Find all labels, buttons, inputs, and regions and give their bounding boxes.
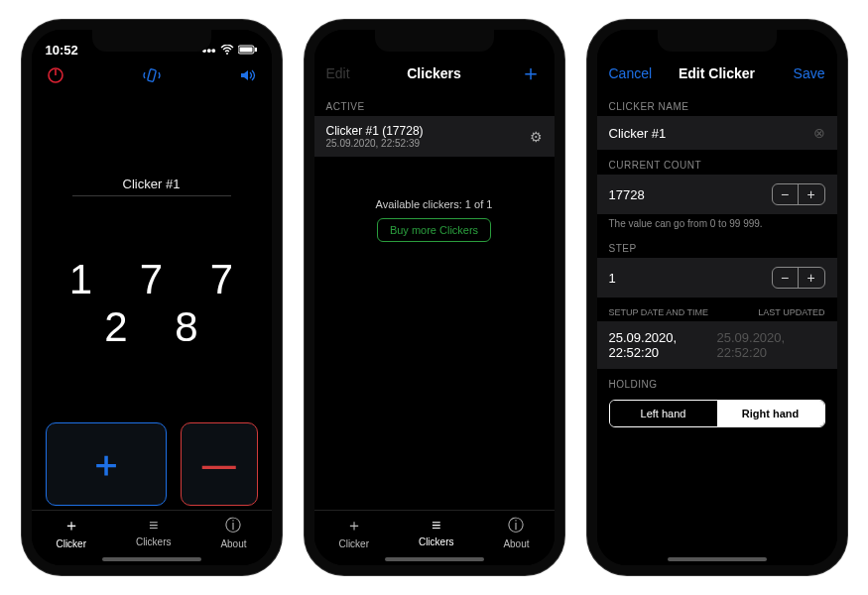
- plus-icon: ＋: [88, 440, 124, 489]
- stepper-plus[interactable]: +: [799, 184, 824, 204]
- nav-bar: Edit Clickers ＋: [314, 56, 555, 91]
- tab-label: Clicker: [56, 538, 86, 549]
- clicker-title: Clicker #1: [32, 177, 272, 191]
- nav-title: Clickers: [407, 65, 460, 81]
- status-time: 10:52: [46, 43, 78, 58]
- svg-rect-3: [255, 48, 257, 52]
- tab-label: Clickers: [419, 536, 454, 547]
- stepper-minus[interactable]: −: [773, 268, 799, 288]
- label-setup: SETUP DATE AND TIME: [609, 307, 709, 317]
- add-button[interactable]: ＋: [498, 59, 542, 88]
- phone-edit-clicker: Cancel Edit Clicker Save CLICKER NAME Cl…: [587, 20, 847, 575]
- tab-clicker[interactable]: ＋ Clicker: [56, 516, 86, 549]
- section-active-label: ACTIVE: [314, 91, 555, 116]
- cancel-button[interactable]: Cancel: [609, 65, 653, 81]
- count-value: 17728: [609, 187, 645, 202]
- seg-right-hand[interactable]: Right hand: [717, 401, 824, 426]
- plus-tab-icon: ＋: [63, 516, 79, 536]
- tab-label: Clicker: [338, 538, 369, 549]
- step-value: 1: [609, 271, 616, 286]
- notch: [658, 30, 777, 52]
- setup-value: 25.09.2020, 22:52:20: [609, 330, 717, 360]
- tab-about[interactable]: ⓘ About: [220, 516, 246, 549]
- power-icon[interactable]: [46, 65, 65, 85]
- label-holding: HOLDING: [597, 369, 837, 394]
- battery-icon: [238, 43, 258, 58]
- stepper-minus[interactable]: −: [773, 184, 799, 204]
- tab-label: About: [503, 538, 529, 549]
- shake-icon[interactable]: [142, 65, 162, 85]
- row-subtitle: 25.09.2020, 22:52:39: [326, 138, 424, 149]
- info-icon: ⓘ: [225, 516, 241, 536]
- home-indicator: [102, 557, 201, 561]
- updated-value: 25.09.2020, 22:52:20: [717, 330, 825, 360]
- plus-tab-icon: ＋: [346, 516, 362, 536]
- tab-label: Clickers: [136, 536, 172, 547]
- buy-more-button[interactable]: Buy more Clickers: [377, 218, 491, 242]
- tab-clicker[interactable]: ＋ Clicker: [338, 516, 369, 549]
- available-text: Available clickers: 1 of 1: [314, 198, 555, 210]
- step-field[interactable]: 1 − +: [597, 258, 837, 298]
- edit-button[interactable]: Edit: [326, 65, 370, 81]
- divider: [72, 195, 231, 196]
- phone-clickers-list: Edit Clickers ＋ ACTIVE Clicker #1 (17728…: [305, 20, 564, 575]
- stepper-plus[interactable]: +: [799, 268, 824, 288]
- save-button[interactable]: Save: [782, 65, 825, 81]
- minus-icon: —: [202, 445, 236, 484]
- notch: [92, 30, 211, 52]
- tab-clickers[interactable]: ≡ Clickers: [136, 517, 172, 547]
- clear-icon[interactable]: ⊗: [813, 125, 825, 141]
- svg-point-0: [226, 53, 228, 55]
- name-value: Clicker #1: [609, 126, 667, 141]
- wifi-icon: [220, 43, 234, 58]
- sound-icon[interactable]: [238, 65, 258, 85]
- home-indicator: [668, 557, 767, 561]
- tab-bar: ＋ Clicker ≡ Clickers ⓘ About: [314, 510, 555, 553]
- label-name: CLICKER NAME: [597, 91, 837, 116]
- decrement-button[interactable]: —: [181, 422, 257, 506]
- tab-bar: ＋ Clicker ≡ Clickers ⓘ About: [32, 510, 272, 553]
- step-stepper[interactable]: − +: [772, 267, 825, 289]
- label-count: CURRENT COUNT: [597, 150, 837, 175]
- row-title: Clicker #1 (17728): [326, 124, 424, 138]
- holding-segmented[interactable]: Left hand Right hand: [609, 400, 825, 427]
- count-field[interactable]: 17728 − +: [597, 175, 837, 214]
- info-icon: ⓘ: [508, 516, 524, 536]
- phone-main-clicker: 10:52 ••• Clicker #1: [22, 20, 282, 575]
- svg-rect-6: [147, 68, 156, 81]
- list-icon: ≡: [432, 517, 440, 535]
- svg-rect-2: [239, 48, 252, 53]
- increment-button[interactable]: ＋: [46, 422, 168, 506]
- tab-clickers[interactable]: ≡ Clickers: [419, 517, 454, 547]
- count-hint: The value can go from 0 to 99 999.: [597, 214, 837, 233]
- notch: [375, 30, 494, 52]
- home-indicator: [385, 557, 484, 561]
- label-updated: LAST UPDATED: [758, 307, 824, 317]
- nav-title: Edit Clicker: [679, 65, 755, 81]
- active-clicker-row[interactable]: Clicker #1 (17728) 25.09.2020, 22:52:39 …: [314, 116, 555, 157]
- tab-label: About: [220, 538, 246, 549]
- count-stepper[interactable]: − +: [772, 183, 825, 205]
- nav-bar: Cancel Edit Clicker Save: [597, 56, 837, 91]
- dates-row: 25.09.2020, 22:52:20 25.09.2020, 22:52:2…: [597, 321, 837, 369]
- seg-left-hand[interactable]: Left hand: [610, 401, 717, 426]
- count-display: 1 7 7 2 8: [32, 256, 272, 351]
- list-icon: ≡: [149, 517, 158, 535]
- settings-icon[interactable]: ⚙: [530, 129, 543, 145]
- tab-about[interactable]: ⓘ About: [503, 516, 529, 549]
- label-step: STEP: [597, 233, 837, 258]
- name-field[interactable]: Clicker #1 ⊗: [597, 116, 837, 150]
